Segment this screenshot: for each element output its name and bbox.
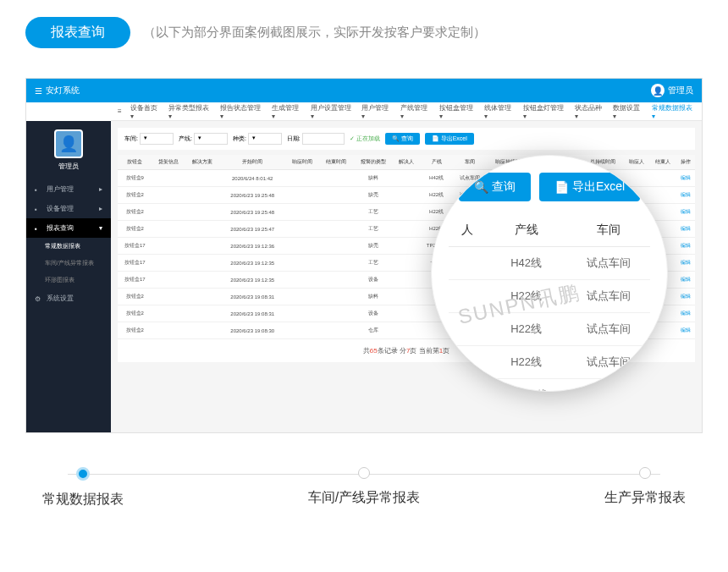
filter-type: 种类: ▾ bbox=[233, 133, 282, 145]
menubar: ≡设备首页 ▾异常类型报表 ▾报告状态管理 ▾生成管理 ▾用户设置管理 ▾用户管… bbox=[111, 102, 702, 121]
edit-link[interactable]: 编辑 bbox=[676, 305, 695, 322]
topbar-right: 👤 管理员 bbox=[651, 84, 693, 97]
device-icon: ▪ bbox=[35, 206, 41, 212]
edit-link[interactable]: 编辑 bbox=[676, 272, 695, 289]
footer-steps: 常规数据报表车间/产线异常报表生产异常报表 bbox=[0, 450, 728, 525]
menubar-item[interactable]: 线体管理 ▾ bbox=[484, 103, 515, 120]
sidebar-subitem[interactable]: 环形图报表 bbox=[26, 272, 111, 289]
sidebar-subitem[interactable]: 车间/产线异常报表 bbox=[26, 255, 111, 272]
system-icon: ⚙ bbox=[35, 295, 41, 302]
export-button[interactable]: 📄 导出Excel bbox=[425, 133, 474, 145]
filter-line: 产线: ▾ bbox=[179, 133, 228, 145]
loading-status: ✓ 正在加载 bbox=[350, 135, 380, 143]
mag-table-header: 车间 bbox=[567, 214, 650, 247]
table-header: 解决方案 bbox=[185, 155, 219, 170]
table-header: 解决人 bbox=[394, 155, 420, 170]
report-icon: ▪ bbox=[35, 225, 41, 232]
mag-table-header: 产线 bbox=[485, 214, 567, 247]
export-icon: 📄 bbox=[554, 180, 569, 194]
menubar-item[interactable]: 状态品种 ▾ bbox=[575, 103, 605, 120]
filter-date: 日期: bbox=[287, 133, 345, 145]
filter-label: 种类: bbox=[233, 135, 246, 143]
magnifier: 🔍 查询 📄 导出Excel 人产线车间 H42线试点车间H22线试点车间H22… bbox=[431, 155, 668, 392]
sidebar-item[interactable]: ▪报表查询▾ bbox=[26, 218, 111, 238]
menu-icon[interactable]: ☰ bbox=[35, 86, 42, 96]
filter-label: 日期: bbox=[287, 135, 301, 143]
table-header: 响应人 bbox=[623, 155, 649, 170]
header-badge: 报表查询 bbox=[25, 17, 130, 48]
sidebar-item-label: 用户管理 bbox=[47, 184, 74, 194]
sidebar-avatar: 👤 管理员 bbox=[26, 121, 111, 179]
menu-collapse-icon[interactable]: ≡ bbox=[118, 107, 122, 115]
table-header-row: 按钮盒货架信息解决方案开始时间响应时间结束时间报警的类型解决人产线车间响应持续时… bbox=[118, 155, 695, 170]
screenshot-container: ☰ 安灯系统 👤 管理员 ≡设备首页 ▾异常类型报表 ▾报告状态管理 ▾生成管理… bbox=[25, 78, 703, 433]
menubar-item[interactable]: 报告状态管理 ▾ bbox=[220, 103, 263, 120]
search-button[interactable]: 🔍 查询 bbox=[385, 133, 420, 145]
table-header: 结束时间 bbox=[319, 155, 353, 170]
edit-link[interactable]: 编辑 bbox=[676, 322, 695, 339]
edit-link[interactable]: 编辑 bbox=[676, 204, 695, 221]
table-header: 响应时间 bbox=[286, 155, 320, 170]
menubar-item[interactable]: 设备首页 ▾ bbox=[130, 103, 161, 120]
menubar-item[interactable]: 异常类型报表 ▾ bbox=[168, 103, 212, 120]
table-header: 货架信息 bbox=[152, 155, 186, 170]
menubar-item[interactable]: 按钮盒灯管理 ▾ bbox=[523, 103, 566, 120]
table-header: 产线 bbox=[420, 155, 453, 170]
chevron-icon: ▸ bbox=[99, 185, 102, 193]
edit-link[interactable]: 编辑 bbox=[676, 289, 695, 305]
step-dot bbox=[639, 467, 651, 479]
menubar-item[interactable]: 用户管理 ▾ bbox=[361, 103, 392, 120]
filter-workshop: 车间: ▾ bbox=[124, 133, 174, 145]
sidebar-item-label: 报表查询 bbox=[47, 223, 74, 233]
header-desc: （以下为部分界面案例截图展示，实际开发按客户要求定制） bbox=[143, 25, 486, 41]
edit-link[interactable]: 编辑 bbox=[676, 187, 695, 204]
date-input[interactable] bbox=[302, 133, 345, 145]
menubar-item[interactable]: 数据设置 ▾ bbox=[613, 103, 643, 120]
step[interactable]: 生产异常报表 bbox=[604, 467, 686, 509]
sidebar-item[interactable]: ▪设备管理▸ bbox=[26, 199, 111, 218]
avatar-icon[interactable]: 👤 bbox=[54, 129, 83, 158]
filter-label: 车间: bbox=[124, 135, 138, 143]
table-header: 结束人 bbox=[649, 155, 676, 170]
workshop-select[interactable]: ▾ bbox=[140, 133, 174, 145]
step[interactable]: 常规数据报表 bbox=[42, 467, 124, 509]
edit-link[interactable]: 编辑 bbox=[676, 221, 695, 238]
sidebar-username: 管理员 bbox=[35, 162, 102, 171]
page-header: 报表查询 （以下为部分界面案例截图展示，实际开发按客户要求定制） bbox=[0, 0, 728, 61]
user-icon: ▪ bbox=[35, 186, 41, 193]
edit-link[interactable]: 编辑 bbox=[676, 170, 695, 187]
app-topbar: ☰ 安灯系统 👤 管理员 bbox=[26, 79, 702, 102]
user-avatar-icon[interactable]: 👤 bbox=[651, 84, 665, 97]
table-header: 车间 bbox=[453, 155, 487, 170]
table-header: 开始时间 bbox=[219, 155, 286, 170]
sidebar-item-system[interactable]: ⚙ 系统设置 bbox=[26, 289, 111, 308]
step-dot bbox=[358, 467, 370, 479]
app-name: 安灯系统 bbox=[46, 85, 80, 96]
step-label: 车间/产线异常报表 bbox=[308, 489, 420, 507]
sidebar-item[interactable]: ▪用户管理▸ bbox=[26, 179, 111, 199]
line-select[interactable]: ▾ bbox=[194, 133, 228, 145]
menubar-item[interactable]: 产线管理 ▾ bbox=[400, 103, 431, 120]
topbar-left: ☰ 安灯系统 bbox=[35, 85, 80, 96]
edit-link[interactable]: 编辑 bbox=[676, 238, 695, 255]
menubar-item[interactable]: 用户设置管理 ▾ bbox=[311, 103, 354, 120]
type-select[interactable]: ▾ bbox=[248, 133, 282, 145]
menubar-item[interactable]: 常规数据报表 ▾ bbox=[652, 103, 695, 120]
mag-table-row: H42线试点车间 bbox=[449, 247, 650, 280]
step-dot bbox=[76, 467, 90, 481]
search-icon: 🔍 bbox=[474, 180, 488, 194]
sidebar: 👤 管理员 ▪用户管理▸▪设备管理▸▪报表查询▾ 常规数据报表车间/产线异常报表… bbox=[26, 121, 111, 432]
sidebar-item-label: 设备管理 bbox=[47, 204, 74, 213]
mag-table-header: 人 bbox=[449, 214, 485, 247]
edit-link[interactable]: 编辑 bbox=[676, 255, 695, 272]
filter-bar: 车间: ▾ 产线: ▾ 种类: ▾ 日期: ✓ 正在加载 🔍 查询 📄 导出Ex bbox=[118, 128, 695, 150]
sidebar-subitem[interactable]: 常规数据报表 bbox=[26, 238, 111, 255]
chevron-icon: ▸ bbox=[99, 205, 102, 212]
user-name: 管理员 bbox=[668, 85, 693, 96]
table-header: 按钮盒 bbox=[118, 155, 152, 170]
menubar-item[interactable]: 生成管理 ▾ bbox=[272, 103, 302, 120]
filter-label: 产线: bbox=[179, 135, 192, 143]
menubar-item[interactable]: 按钮盒管理 ▾ bbox=[439, 103, 476, 120]
chevron-icon: ▾ bbox=[99, 224, 102, 232]
step[interactable]: 车间/产线异常报表 bbox=[308, 467, 420, 509]
